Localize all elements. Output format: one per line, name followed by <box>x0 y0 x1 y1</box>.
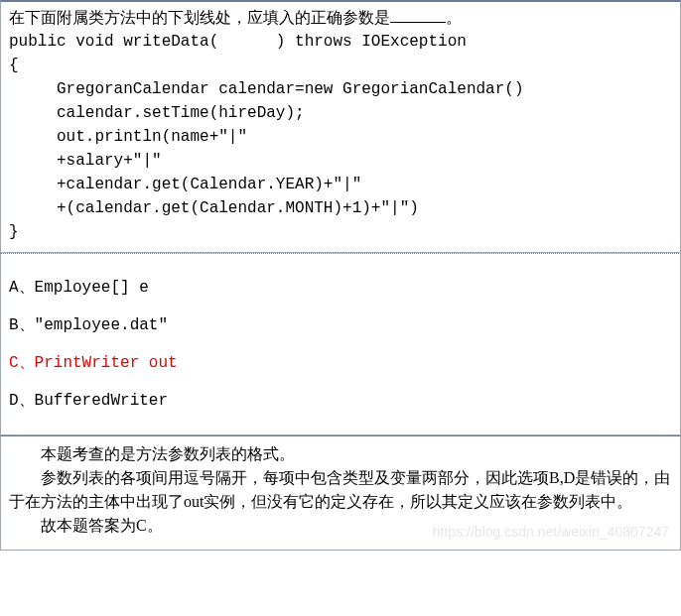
explanation-line-1: 本题考查的是方法参数列表的格式。 <box>9 442 672 466</box>
option-text: "employee.dat" <box>35 316 168 334</box>
code-block: public void writeData( ) throws IOExcept… <box>9 30 672 244</box>
question-box: 在下面附属类方法中的下划线处，应填入的正确参数是。 public void wr… <box>0 0 681 253</box>
option-label: A、 <box>9 279 35 297</box>
option-c[interactable]: C、PrintWriter out <box>9 351 672 375</box>
options-box: A、Employee[] e B、"employee.dat" C、PrintW… <box>0 253 681 435</box>
option-text: PrintWriter out <box>35 354 178 372</box>
option-label: C、 <box>9 354 35 372</box>
blank-line <box>390 22 446 23</box>
explanation-box: 本题考查的是方法参数列表的格式。 参数列表的各项间用逗号隔开，每项中包含类型及变… <box>0 435 681 551</box>
option-b[interactable]: B、"employee.dat" <box>9 313 672 337</box>
question-prompt: 在下面附属类方法中的下划线处，应填入的正确参数是。 <box>9 6 672 30</box>
option-a[interactable]: A、Employee[] e <box>9 276 672 300</box>
option-label: D、 <box>9 392 35 410</box>
prompt-pre: 在下面附属类方法中的下划线处，应填入的正确参数是 <box>9 9 390 26</box>
prompt-post: 。 <box>446 9 462 26</box>
option-label: B、 <box>9 316 35 334</box>
explanation-line-3: 故本题答案为C。 <box>9 514 672 538</box>
option-text: Employee[] e <box>35 279 149 297</box>
option-d[interactable]: D、BufferedWriter <box>9 389 672 413</box>
option-text: BufferedWriter <box>35 392 168 410</box>
explanation-line-2: 参数列表的各项间用逗号隔开，每项中包含类型及变量两部分，因此选项B,D是错误的，… <box>9 466 672 514</box>
